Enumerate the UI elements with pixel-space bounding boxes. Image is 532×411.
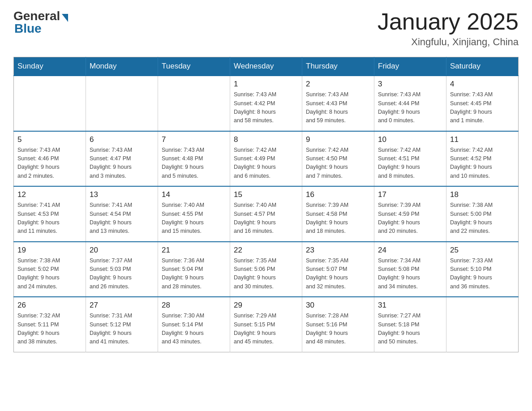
day-info: Sunrise: 7:34 AMSunset: 5:08 PMDaylight:… (378, 257, 442, 291)
calendar-table: SundayMondayTuesdayWednesdayThursdayFrid… (13, 57, 519, 352)
day-number: 14 (162, 190, 226, 199)
day-info: Sunrise: 7:30 AMSunset: 5:14 PMDaylight:… (162, 312, 226, 347)
calendar-cell: 13Sunrise: 7:41 AMSunset: 4:54 PMDayligh… (86, 186, 158, 242)
page-header: General Blue January 2025 Xingfulu, Xinj… (13, 9, 519, 48)
calendar-cell: 19Sunrise: 7:38 AMSunset: 5:02 PMDayligh… (14, 242, 86, 297)
day-header-sunday: Sunday (14, 57, 86, 76)
day-number: 17 (378, 190, 442, 199)
day-header-tuesday: Tuesday (158, 57, 230, 76)
day-header-monday: Monday (86, 57, 158, 76)
day-info: Sunrise: 7:43 AMSunset: 4:46 PMDaylight:… (17, 146, 82, 181)
day-info: Sunrise: 7:43 AMSunset: 4:44 PMDaylight:… (378, 90, 442, 125)
calendar-cell (14, 76, 86, 131)
calendar-cell: 6Sunrise: 7:43 AMSunset: 4:47 PMDaylight… (86, 131, 158, 187)
day-info: Sunrise: 7:35 AMSunset: 5:07 PMDaylight:… (306, 257, 370, 291)
logo-arrow-icon (62, 14, 68, 22)
day-number: 11 (450, 135, 515, 144)
day-info: Sunrise: 7:37 AMSunset: 5:03 PMDaylight:… (90, 257, 154, 291)
day-number: 4 (450, 80, 515, 89)
day-info: Sunrise: 7:27 AMSunset: 5:18 PMDaylight:… (378, 312, 442, 347)
calendar-cell: 16Sunrise: 7:39 AMSunset: 4:58 PMDayligh… (302, 186, 374, 242)
day-number: 9 (306, 135, 370, 144)
calendar-cell: 11Sunrise: 7:42 AMSunset: 4:52 PMDayligh… (446, 131, 519, 187)
calendar-cell: 10Sunrise: 7:42 AMSunset: 4:51 PMDayligh… (374, 131, 446, 187)
calendar-cell: 26Sunrise: 7:32 AMSunset: 5:11 PMDayligh… (14, 297, 86, 352)
day-number: 21 (162, 246, 226, 255)
day-info: Sunrise: 7:39 AMSunset: 4:58 PMDaylight:… (306, 201, 370, 236)
calendar-cell (158, 76, 230, 131)
day-info: Sunrise: 7:42 AMSunset: 4:52 PMDaylight:… (450, 146, 515, 181)
calendar-cell: 18Sunrise: 7:38 AMSunset: 5:00 PMDayligh… (446, 186, 519, 242)
day-info: Sunrise: 7:33 AMSunset: 5:10 PMDaylight:… (450, 257, 515, 291)
calendar-cell: 3Sunrise: 7:43 AMSunset: 4:44 PMDaylight… (374, 76, 446, 131)
calendar-cell: 21Sunrise: 7:36 AMSunset: 5:04 PMDayligh… (158, 242, 230, 297)
calendar-cell: 2Sunrise: 7:43 AMSunset: 4:43 PMDaylight… (302, 76, 374, 131)
calendar-cell: 7Sunrise: 7:43 AMSunset: 4:48 PMDaylight… (158, 131, 230, 187)
day-number: 5 (17, 135, 82, 144)
day-info: Sunrise: 7:42 AMSunset: 4:50 PMDaylight:… (306, 146, 370, 181)
logo-blue-text: Blue (14, 21, 42, 36)
day-number: 19 (17, 246, 82, 255)
day-info: Sunrise: 7:39 AMSunset: 4:59 PMDaylight:… (378, 201, 442, 236)
week-row-3: 12Sunrise: 7:41 AMSunset: 4:53 PMDayligh… (14, 186, 519, 242)
day-info: Sunrise: 7:36 AMSunset: 5:04 PMDaylight:… (162, 257, 226, 291)
day-number: 15 (234, 190, 298, 199)
day-number: 8 (234, 135, 298, 144)
day-header-saturday: Saturday (446, 57, 519, 76)
day-info: Sunrise: 7:32 AMSunset: 5:11 PMDaylight:… (17, 312, 82, 347)
day-number: 12 (17, 190, 82, 199)
day-info: Sunrise: 7:43 AMSunset: 4:47 PMDaylight:… (90, 146, 154, 181)
location-title: Xingfulu, Xinjiang, China (378, 36, 519, 48)
calendar-cell (446, 297, 519, 352)
calendar-cell: 14Sunrise: 7:40 AMSunset: 4:55 PMDayligh… (158, 186, 230, 242)
calendar-cell: 25Sunrise: 7:33 AMSunset: 5:10 PMDayligh… (446, 242, 519, 297)
calendar-cell: 30Sunrise: 7:28 AMSunset: 5:16 PMDayligh… (302, 297, 374, 352)
week-row-4: 19Sunrise: 7:38 AMSunset: 5:02 PMDayligh… (14, 242, 519, 297)
day-number: 20 (90, 246, 154, 255)
calendar-header: SundayMondayTuesdayWednesdayThursdayFrid… (14, 57, 519, 76)
day-number: 29 (234, 301, 298, 310)
day-header-wednesday: Wednesday (230, 57, 302, 76)
day-info: Sunrise: 7:43 AMSunset: 4:42 PMDaylight:… (234, 90, 298, 125)
day-header-friday: Friday (374, 57, 446, 76)
calendar-cell: 8Sunrise: 7:42 AMSunset: 4:49 PMDaylight… (230, 131, 302, 187)
day-info: Sunrise: 7:43 AMSunset: 4:43 PMDaylight:… (306, 90, 370, 125)
day-number: 13 (90, 190, 154, 199)
day-info: Sunrise: 7:40 AMSunset: 4:57 PMDaylight:… (234, 201, 298, 236)
month-title: January 2025 (378, 9, 519, 34)
calendar-cell: 29Sunrise: 7:29 AMSunset: 5:15 PMDayligh… (230, 297, 302, 352)
day-number: 1 (234, 80, 298, 89)
day-number: 18 (450, 190, 515, 199)
calendar-cell: 5Sunrise: 7:43 AMSunset: 4:46 PMDaylight… (14, 131, 86, 187)
day-info: Sunrise: 7:28 AMSunset: 5:16 PMDaylight:… (306, 312, 370, 347)
day-info: Sunrise: 7:38 AMSunset: 5:00 PMDaylight:… (450, 201, 515, 236)
calendar-cell: 24Sunrise: 7:34 AMSunset: 5:08 PMDayligh… (374, 242, 446, 297)
day-info: Sunrise: 7:40 AMSunset: 4:55 PMDaylight:… (162, 201, 226, 236)
calendar-cell: 17Sunrise: 7:39 AMSunset: 4:59 PMDayligh… (374, 186, 446, 242)
days-of-week-row: SundayMondayTuesdayWednesdayThursdayFrid… (14, 57, 519, 76)
day-info: Sunrise: 7:38 AMSunset: 5:02 PMDaylight:… (17, 257, 82, 291)
day-number: 23 (306, 246, 370, 255)
day-number: 22 (234, 246, 298, 255)
calendar-cell (86, 76, 158, 131)
week-row-2: 5Sunrise: 7:43 AMSunset: 4:46 PMDaylight… (14, 131, 519, 187)
day-number: 26 (17, 301, 82, 310)
calendar-cell: 4Sunrise: 7:43 AMSunset: 4:45 PMDaylight… (446, 76, 519, 131)
week-row-5: 26Sunrise: 7:32 AMSunset: 5:11 PMDayligh… (14, 297, 519, 352)
day-number: 7 (162, 135, 226, 144)
calendar-cell: 12Sunrise: 7:41 AMSunset: 4:53 PMDayligh… (14, 186, 86, 242)
day-number: 27 (90, 301, 154, 310)
week-row-1: 1Sunrise: 7:43 AMSunset: 4:42 PMDaylight… (14, 76, 519, 131)
calendar-cell: 23Sunrise: 7:35 AMSunset: 5:07 PMDayligh… (302, 242, 374, 297)
calendar-cell: 15Sunrise: 7:40 AMSunset: 4:57 PMDayligh… (230, 186, 302, 242)
calendar-cell: 20Sunrise: 7:37 AMSunset: 5:03 PMDayligh… (86, 242, 158, 297)
logo: General Blue (13, 9, 68, 36)
day-number: 28 (162, 301, 226, 310)
day-number: 24 (378, 246, 442, 255)
day-number: 16 (306, 190, 370, 199)
day-number: 10 (378, 135, 442, 144)
calendar-cell: 27Sunrise: 7:31 AMSunset: 5:12 PMDayligh… (86, 297, 158, 352)
day-info: Sunrise: 7:43 AMSunset: 4:45 PMDaylight:… (450, 90, 515, 125)
day-number: 25 (450, 246, 515, 255)
calendar-cell: 22Sunrise: 7:35 AMSunset: 5:06 PMDayligh… (230, 242, 302, 297)
